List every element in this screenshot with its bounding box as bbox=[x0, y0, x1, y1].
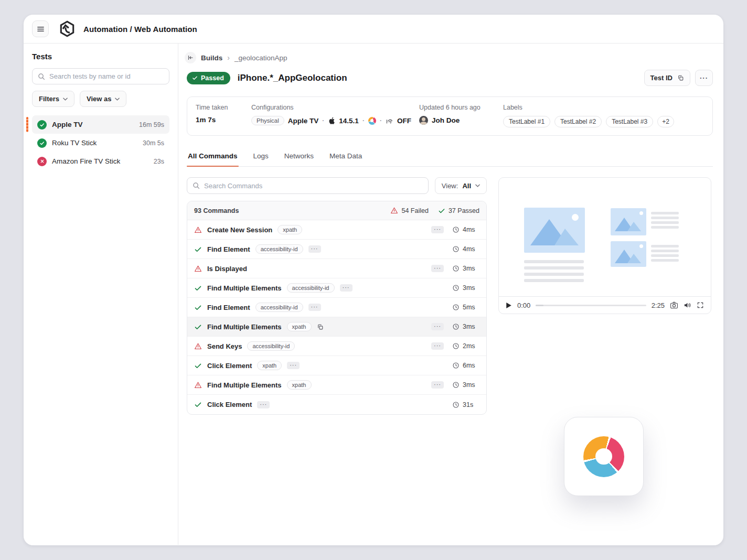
placeholder-text-line bbox=[651, 226, 679, 229]
more-actions-button[interactable]: ··· bbox=[695, 70, 713, 86]
passed-status-icon bbox=[37, 138, 47, 148]
time-taken-value: 1m 7s bbox=[196, 116, 251, 124]
clock-icon bbox=[452, 265, 460, 272]
test-name: Roku TV Stick bbox=[52, 139, 97, 147]
commands-table: 93 Commands 54 Failed bbox=[187, 201, 487, 415]
row-menu-inline[interactable]: ··· bbox=[340, 284, 353, 292]
tab[interactable]: Networks bbox=[283, 147, 315, 166]
clock-icon bbox=[452, 304, 460, 311]
tab[interactable]: Logs bbox=[252, 147, 270, 166]
chevron-down-icon bbox=[115, 98, 120, 101]
row-menu-button[interactable]: ··· bbox=[431, 342, 444, 350]
volume-button[interactable] bbox=[684, 301, 691, 309]
test-id-button[interactable]: Test ID bbox=[644, 70, 690, 86]
tab[interactable]: All Commands bbox=[187, 147, 239, 166]
locator-badge: xpath bbox=[278, 225, 302, 234]
command-row[interactable]: Find Element accessibility-id ··· bbox=[187, 240, 486, 259]
top-header: Automation / Web Automation bbox=[24, 15, 723, 44]
row-menu-inline[interactable]: ··· bbox=[257, 401, 270, 408]
time-taken-label: Time taken bbox=[196, 104, 251, 111]
locator-badge: accessibility-id bbox=[255, 303, 303, 312]
brand-logo-icon bbox=[58, 20, 76, 38]
updated-by: Joh Doe bbox=[432, 116, 460, 124]
sidebar-heading: Tests bbox=[32, 52, 169, 61]
play-button[interactable] bbox=[506, 302, 512, 309]
test-label-pill: TestLabel #2 bbox=[554, 116, 602, 127]
check-icon bbox=[194, 304, 202, 311]
placeholder-text-line bbox=[524, 260, 584, 263]
tab[interactable]: Meta Data bbox=[328, 147, 363, 166]
placeholder-image-large bbox=[524, 208, 585, 253]
locator-badge: accessibility-id bbox=[287, 283, 335, 293]
placeholder-text-line bbox=[651, 259, 679, 262]
locator-badge: accessibility-id bbox=[255, 244, 303, 254]
test-info-card: Time taken 1m 7s Configurations Physical… bbox=[187, 96, 713, 136]
command-name: Find Element bbox=[207, 245, 250, 253]
command-duration: 4ms bbox=[452, 245, 479, 253]
chevron-down-icon bbox=[475, 184, 480, 187]
copy-icon[interactable] bbox=[317, 324, 324, 330]
updated-label: Updated 6 hours ago bbox=[419, 104, 503, 111]
row-menu-button[interactable]: ··· bbox=[431, 323, 444, 330]
check-icon bbox=[438, 207, 445, 214]
status-badge: Passed bbox=[187, 72, 230, 84]
command-row[interactable]: Find Element accessibility-id ··· bbox=[187, 298, 486, 317]
test-item[interactable]: Roku TV Stick 30m 5s bbox=[32, 134, 169, 152]
clock-icon bbox=[452, 323, 460, 330]
locator-badge: xpath bbox=[287, 322, 312, 331]
view-filter-dropdown[interactable]: View: All bbox=[435, 177, 487, 194]
row-menu-inline[interactable]: ··· bbox=[308, 245, 321, 253]
detail-tabs: All Commands Logs Networks Meta Data bbox=[187, 147, 713, 167]
labels-label: Labels bbox=[503, 104, 704, 111]
warning-icon bbox=[194, 381, 202, 389]
row-menu-button[interactable]: ··· bbox=[431, 265, 444, 272]
filters-button[interactable]: Filters bbox=[32, 91, 74, 107]
failed-count: 54 Failed bbox=[390, 207, 428, 214]
test-item[interactable]: Apple TV 16m 59s bbox=[32, 115, 169, 134]
app-pinwheel-logo bbox=[583, 436, 624, 477]
command-name: Find Element bbox=[207, 304, 250, 311]
command-row[interactable]: Is Displayed ··· bbox=[187, 259, 486, 278]
test-label-pill: TestLabel #1 bbox=[503, 116, 550, 127]
app-icon-card bbox=[564, 417, 644, 496]
command-row[interactable]: Create New Session xpath ··· bbox=[187, 220, 486, 240]
command-row[interactable]: Click Element ··· bbox=[187, 395, 486, 414]
seek-bar[interactable] bbox=[536, 305, 646, 306]
total-duration: 2:25 bbox=[652, 301, 665, 309]
command-duration: 5ms bbox=[452, 304, 479, 311]
placeholder-image-small bbox=[611, 241, 646, 267]
view-as-button[interactable]: View as bbox=[80, 91, 126, 107]
row-menu-inline[interactable]: ··· bbox=[308, 304, 321, 311]
command-search-input[interactable] bbox=[204, 182, 423, 190]
row-menu-button[interactable]: ··· bbox=[431, 226, 444, 233]
clock-icon bbox=[452, 362, 460, 369]
hamburger-menu-button[interactable] bbox=[32, 20, 49, 37]
test-search-box bbox=[32, 68, 169, 84]
command-row[interactable]: Click Element xpath ··· bbox=[187, 356, 486, 375]
hamburger-icon bbox=[37, 25, 45, 33]
command-duration: 6ms bbox=[452, 362, 479, 369]
placeholder-text-line bbox=[651, 221, 679, 224]
command-row[interactable]: Find Multiple Elements xpath ··· bbox=[187, 375, 486, 395]
row-menu-inline[interactable]: ··· bbox=[287, 362, 300, 369]
labels-more-button[interactable]: +2 bbox=[657, 116, 674, 127]
command-name: Is Displayed bbox=[207, 265, 247, 273]
video-placeholder bbox=[499, 178, 711, 296]
command-row[interactable]: Find Multiple Elements accessibility-id … bbox=[187, 278, 486, 298]
row-menu-button[interactable]: ··· bbox=[431, 381, 444, 389]
clock-icon bbox=[452, 342, 460, 350]
configurations-label: Configurations bbox=[251, 104, 419, 111]
screenshot-camera-button[interactable] bbox=[670, 301, 678, 309]
test-search-input[interactable] bbox=[49, 72, 164, 80]
breadcrumb-builds-link[interactable]: Builds bbox=[201, 54, 222, 62]
collapse-back-button[interactable] bbox=[185, 52, 196, 63]
app-pinwheel-icon bbox=[368, 117, 376, 125]
placeholder-text-line bbox=[651, 217, 679, 219]
check-icon bbox=[194, 323, 202, 331]
command-row[interactable]: Find Multiple Elements xpath ··· bbox=[187, 317, 486, 337]
fullscreen-button[interactable] bbox=[697, 301, 704, 309]
test-item[interactable]: Amazon Fire TV Stick 23s bbox=[32, 152, 169, 170]
command-duration: 3ms bbox=[452, 323, 479, 330]
warning-icon bbox=[194, 342, 202, 350]
command-row[interactable]: Send Keys accessibility-id ··· bbox=[187, 337, 486, 356]
